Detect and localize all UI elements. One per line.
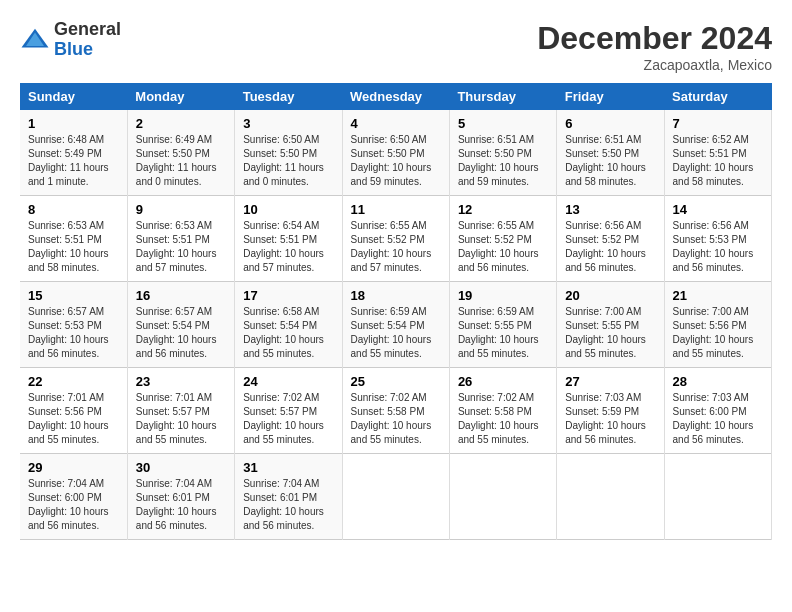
day-number: 16 — [136, 288, 226, 303]
table-cell: 22 Sunrise: 7:01 AM Sunset: 5:56 PM Dayl… — [20, 368, 127, 454]
day-info: Sunrise: 7:04 AM Sunset: 6:00 PM Dayligh… — [28, 477, 119, 533]
day-number: 7 — [673, 116, 763, 131]
table-cell: 24 Sunrise: 7:02 AM Sunset: 5:57 PM Dayl… — [235, 368, 342, 454]
table-cell: 15 Sunrise: 6:57 AM Sunset: 5:53 PM Dayl… — [20, 282, 127, 368]
table-cell: 1 Sunrise: 6:48 AM Sunset: 5:49 PM Dayli… — [20, 110, 127, 196]
table-row: 22 Sunrise: 7:01 AM Sunset: 5:56 PM Dayl… — [20, 368, 772, 454]
table-cell: 11 Sunrise: 6:55 AM Sunset: 5:52 PM Dayl… — [342, 196, 449, 282]
table-cell — [342, 454, 449, 540]
day-number: 20 — [565, 288, 655, 303]
day-info: Sunrise: 7:02 AM Sunset: 5:58 PM Dayligh… — [351, 391, 441, 447]
day-number: 25 — [351, 374, 441, 389]
day-info: Sunrise: 6:59 AM Sunset: 5:54 PM Dayligh… — [351, 305, 441, 361]
day-info: Sunrise: 6:55 AM Sunset: 5:52 PM Dayligh… — [458, 219, 548, 275]
table-cell: 4 Sunrise: 6:50 AM Sunset: 5:50 PM Dayli… — [342, 110, 449, 196]
day-number: 13 — [565, 202, 655, 217]
page-header: General Blue December 2024 Zacapoaxtla, … — [20, 20, 772, 73]
table-cell: 26 Sunrise: 7:02 AM Sunset: 5:58 PM Dayl… — [449, 368, 556, 454]
location: Zacapoaxtla, Mexico — [537, 57, 772, 73]
day-info: Sunrise: 6:53 AM Sunset: 5:51 PM Dayligh… — [28, 219, 119, 275]
table-cell: 29 Sunrise: 7:04 AM Sunset: 6:00 PM Dayl… — [20, 454, 127, 540]
calendar-table: Sunday Monday Tuesday Wednesday Thursday… — [20, 83, 772, 540]
table-cell: 23 Sunrise: 7:01 AM Sunset: 5:57 PM Dayl… — [127, 368, 234, 454]
table-cell: 27 Sunrise: 7:03 AM Sunset: 5:59 PM Dayl… — [557, 368, 664, 454]
col-thursday: Thursday — [449, 83, 556, 110]
table-cell: 20 Sunrise: 7:00 AM Sunset: 5:55 PM Dayl… — [557, 282, 664, 368]
day-number: 24 — [243, 374, 333, 389]
table-cell: 13 Sunrise: 6:56 AM Sunset: 5:52 PM Dayl… — [557, 196, 664, 282]
day-number: 29 — [28, 460, 119, 475]
month-title: December 2024 — [537, 20, 772, 57]
col-saturday: Saturday — [664, 83, 771, 110]
day-info: Sunrise: 7:00 AM Sunset: 5:55 PM Dayligh… — [565, 305, 655, 361]
day-info: Sunrise: 6:54 AM Sunset: 5:51 PM Dayligh… — [243, 219, 333, 275]
day-info: Sunrise: 6:56 AM Sunset: 5:53 PM Dayligh… — [673, 219, 763, 275]
table-cell: 3 Sunrise: 6:50 AM Sunset: 5:50 PM Dayli… — [235, 110, 342, 196]
day-number: 26 — [458, 374, 548, 389]
table-cell: 21 Sunrise: 7:00 AM Sunset: 5:56 PM Dayl… — [664, 282, 771, 368]
logo: General Blue — [20, 20, 121, 60]
day-number: 12 — [458, 202, 548, 217]
table-cell: 10 Sunrise: 6:54 AM Sunset: 5:51 PM Dayl… — [235, 196, 342, 282]
day-info: Sunrise: 7:03 AM Sunset: 5:59 PM Dayligh… — [565, 391, 655, 447]
col-sunday: Sunday — [20, 83, 127, 110]
day-info: Sunrise: 6:57 AM Sunset: 5:54 PM Dayligh… — [136, 305, 226, 361]
title-section: December 2024 Zacapoaxtla, Mexico — [537, 20, 772, 73]
day-number: 1 — [28, 116, 119, 131]
table-cell: 17 Sunrise: 6:58 AM Sunset: 5:54 PM Dayl… — [235, 282, 342, 368]
day-info: Sunrise: 7:01 AM Sunset: 5:56 PM Dayligh… — [28, 391, 119, 447]
table-cell: 19 Sunrise: 6:59 AM Sunset: 5:55 PM Dayl… — [449, 282, 556, 368]
table-cell: 16 Sunrise: 6:57 AM Sunset: 5:54 PM Dayl… — [127, 282, 234, 368]
day-info: Sunrise: 6:52 AM Sunset: 5:51 PM Dayligh… — [673, 133, 763, 189]
table-cell — [449, 454, 556, 540]
day-info: Sunrise: 7:03 AM Sunset: 6:00 PM Dayligh… — [673, 391, 763, 447]
day-number: 31 — [243, 460, 333, 475]
table-cell: 25 Sunrise: 7:02 AM Sunset: 5:58 PM Dayl… — [342, 368, 449, 454]
table-cell: 6 Sunrise: 6:51 AM Sunset: 5:50 PM Dayli… — [557, 110, 664, 196]
day-info: Sunrise: 6:51 AM Sunset: 5:50 PM Dayligh… — [565, 133, 655, 189]
day-number: 8 — [28, 202, 119, 217]
table-cell — [664, 454, 771, 540]
day-number: 6 — [565, 116, 655, 131]
day-number: 22 — [28, 374, 119, 389]
day-number: 5 — [458, 116, 548, 131]
header-row: Sunday Monday Tuesday Wednesday Thursday… — [20, 83, 772, 110]
day-info: Sunrise: 7:04 AM Sunset: 6:01 PM Dayligh… — [136, 477, 226, 533]
day-number: 10 — [243, 202, 333, 217]
day-info: Sunrise: 6:58 AM Sunset: 5:54 PM Dayligh… — [243, 305, 333, 361]
table-cell: 31 Sunrise: 7:04 AM Sunset: 6:01 PM Dayl… — [235, 454, 342, 540]
day-info: Sunrise: 6:50 AM Sunset: 5:50 PM Dayligh… — [351, 133, 441, 189]
day-number: 9 — [136, 202, 226, 217]
day-info: Sunrise: 7:01 AM Sunset: 5:57 PM Dayligh… — [136, 391, 226, 447]
day-number: 19 — [458, 288, 548, 303]
table-cell: 8 Sunrise: 6:53 AM Sunset: 5:51 PM Dayli… — [20, 196, 127, 282]
day-number: 15 — [28, 288, 119, 303]
day-number: 27 — [565, 374, 655, 389]
logo-icon — [20, 25, 50, 55]
logo-text: General Blue — [54, 20, 121, 60]
day-number: 23 — [136, 374, 226, 389]
logo-general-text: General — [54, 20, 121, 40]
col-wednesday: Wednesday — [342, 83, 449, 110]
day-info: Sunrise: 7:02 AM Sunset: 5:58 PM Dayligh… — [458, 391, 548, 447]
day-number: 17 — [243, 288, 333, 303]
day-info: Sunrise: 7:04 AM Sunset: 6:01 PM Dayligh… — [243, 477, 333, 533]
table-cell: 30 Sunrise: 7:04 AM Sunset: 6:01 PM Dayl… — [127, 454, 234, 540]
table-cell: 14 Sunrise: 6:56 AM Sunset: 5:53 PM Dayl… — [664, 196, 771, 282]
table-cell: 7 Sunrise: 6:52 AM Sunset: 5:51 PM Dayli… — [664, 110, 771, 196]
day-info: Sunrise: 6:57 AM Sunset: 5:53 PM Dayligh… — [28, 305, 119, 361]
day-info: Sunrise: 6:49 AM Sunset: 5:50 PM Dayligh… — [136, 133, 226, 189]
day-number: 2 — [136, 116, 226, 131]
table-cell: 12 Sunrise: 6:55 AM Sunset: 5:52 PM Dayl… — [449, 196, 556, 282]
day-info: Sunrise: 6:53 AM Sunset: 5:51 PM Dayligh… — [136, 219, 226, 275]
logo-blue-text: Blue — [54, 40, 121, 60]
day-number: 3 — [243, 116, 333, 131]
col-monday: Monday — [127, 83, 234, 110]
day-info: Sunrise: 6:56 AM Sunset: 5:52 PM Dayligh… — [565, 219, 655, 275]
col-tuesday: Tuesday — [235, 83, 342, 110]
col-friday: Friday — [557, 83, 664, 110]
day-number: 11 — [351, 202, 441, 217]
day-info: Sunrise: 6:50 AM Sunset: 5:50 PM Dayligh… — [243, 133, 333, 189]
day-info: Sunrise: 7:00 AM Sunset: 5:56 PM Dayligh… — [673, 305, 763, 361]
day-info: Sunrise: 6:55 AM Sunset: 5:52 PM Dayligh… — [351, 219, 441, 275]
